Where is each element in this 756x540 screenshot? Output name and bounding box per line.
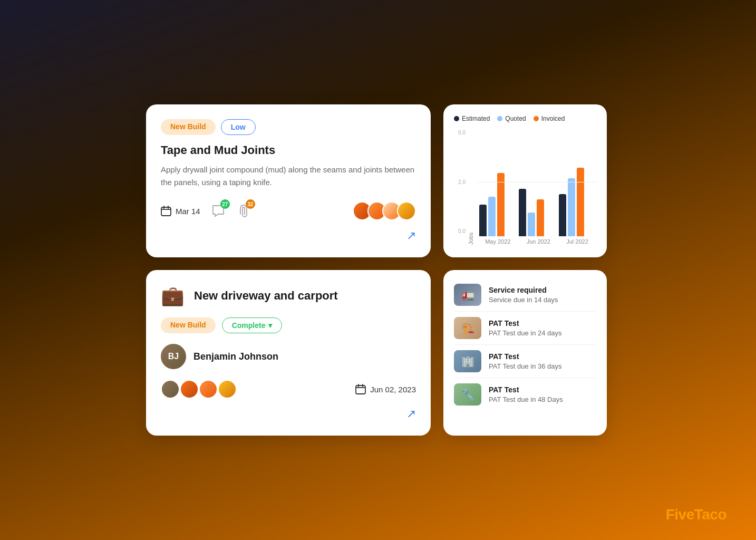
bar-quoted-may — [488, 197, 496, 236]
avatar — [180, 380, 199, 399]
job-title: Tape and Mud Joints — [161, 143, 416, 157]
chart-area: 0.0 2.0 0.0 Jobs — [454, 129, 596, 245]
y-top: 0.0 — [454, 130, 466, 136]
y-axis-label: Jobs — [468, 129, 474, 245]
bar-estimated-jul — [559, 194, 566, 236]
tag-low[interactable]: Low — [221, 119, 256, 135]
service-title-2: PAT Test — [489, 319, 562, 327]
service-subtitle-1: Service due in 14 days — [489, 296, 558, 304]
driveway-tag-new-build[interactable]: New Build — [161, 317, 216, 333]
external-link[interactable]: ↗ — [161, 229, 416, 243]
attachment-badge[interactable]: 32 — [236, 204, 251, 218]
service-title-3: PAT Test — [489, 352, 562, 361]
estimated-dot — [454, 116, 459, 121]
invoiced-label: Invoiced — [541, 115, 565, 122]
service-info-1: Service required Service due in 14 days — [489, 286, 558, 304]
driveway-card: 💼 New driveway and carport New Build Com… — [146, 270, 431, 436]
estimated-label: Estimated — [462, 115, 490, 122]
avatar-group — [353, 201, 416, 220]
briefcase-icon: 💼 — [161, 285, 185, 307]
bars-container — [477, 129, 596, 236]
service-item-3[interactable]: 🏢 PAT Test PAT Test due in 36 days — [454, 345, 596, 378]
avatar — [199, 380, 218, 399]
driveway-external-link[interactable]: ↗ — [161, 407, 416, 421]
service-item-4[interactable]: 🔧 PAT Test PAT Test due in 48 Days — [454, 378, 596, 411]
x-label-jul: Jul 2022 — [566, 238, 588, 245]
chart-card: Estimated Quoted Invoiced 0.0 2.0 0.0 Jo… — [443, 104, 607, 257]
bar-group-jul — [559, 168, 594, 236]
person-name: Benjamin Johnson — [193, 351, 278, 362]
service-item-2[interactable]: 🏗️ PAT Test PAT Test due in 24 days — [454, 312, 596, 345]
external-link-icon: ↗ — [406, 229, 416, 243]
driveway-date: Jun 02, 2023 — [355, 384, 416, 394]
service-thumb-truck: 🚛 — [454, 284, 481, 306]
service-title-1: Service required — [489, 286, 558, 294]
brand-part1: Five — [666, 506, 694, 523]
calendar-icon — [355, 384, 366, 394]
y-bottom: 0.0 — [454, 228, 466, 234]
tag-container: New Build Low — [161, 119, 416, 135]
driveway-title: New driveway and carport — [194, 289, 338, 303]
bar-quoted-jun — [528, 213, 535, 236]
calendar-icon — [161, 206, 171, 216]
job-description: Apply drywall joint compound (mud) along… — [161, 163, 416, 189]
main-grid: New Build Low Tape and Mud Joints Apply … — [146, 104, 610, 436]
service-info-2: PAT Test PAT Test due in 24 days — [489, 319, 562, 337]
avatar — [161, 380, 180, 399]
y-mid: 2.0 — [454, 179, 466, 185]
y-axis: 0.0 2.0 0.0 — [454, 129, 468, 245]
grid-line-mid — [477, 182, 596, 182]
bar-invoiced-may — [497, 173, 505, 236]
service-subtitle-2: PAT Test due in 24 days — [489, 329, 562, 337]
service-item-1[interactable]: 🚛 Service required Service due in 14 day… — [454, 278, 596, 312]
bar-invoiced-jul — [577, 168, 584, 236]
attachment-count: 32 — [246, 199, 255, 209]
brand-logo: FiveTaco — [666, 506, 726, 523]
x-label-may: May 2022 — [485, 238, 510, 245]
avatar — [397, 201, 416, 220]
service-thumb-site: 🏢 — [454, 350, 481, 372]
driveway-date-text: Jun 02, 2023 — [370, 385, 416, 394]
driveway-footer: Jun 02, 2023 — [161, 380, 416, 399]
driveway-tag-complete[interactable]: Complete ▾ — [222, 317, 283, 333]
bar-group-may — [479, 173, 515, 236]
bar-quoted-jul — [568, 178, 575, 236]
bar-invoiced-jun — [537, 199, 544, 236]
service-info-3: PAT Test PAT Test due in 36 days — [489, 352, 562, 370]
chart-legend: Estimated Quoted Invoiced — [454, 115, 596, 122]
quoted-dot — [497, 116, 502, 121]
service-subtitle-3: PAT Test due in 36 days — [489, 362, 562, 370]
x-label-jun: Jun 2022 — [527, 238, 550, 245]
person-avatar: BJ — [161, 344, 186, 369]
legend-estimated: Estimated — [454, 115, 490, 122]
job-card: New Build Low Tape and Mud Joints Apply … — [146, 104, 431, 257]
service-info-4: PAT Test PAT Test due in 48 Days — [489, 385, 563, 403]
svg-rect-0 — [161, 207, 171, 216]
service-thumb-mixer: 🏗️ — [454, 317, 481, 339]
legend-invoiced: Invoiced — [534, 115, 565, 122]
brand-part2: Taco — [694, 506, 726, 523]
job-date: Mar 14 — [161, 206, 200, 216]
driveway-header: 💼 New driveway and carport — [161, 285, 416, 307]
avatar — [218, 380, 237, 399]
message-count: 27 — [220, 199, 230, 209]
chart-body: May 2022 Jun 2022 Jul 2022 — [477, 129, 596, 245]
service-subtitle-4: PAT Test due in 48 Days — [489, 396, 563, 403]
bar-group-jun — [519, 189, 554, 236]
bar-estimated-may — [479, 205, 487, 236]
invoiced-dot — [534, 116, 539, 121]
service-title-4: PAT Test — [489, 385, 563, 394]
legend-quoted: Quoted — [497, 115, 526, 122]
tag-new-build[interactable]: New Build — [161, 119, 216, 135]
service-thumb-equip: 🔧 — [454, 383, 481, 406]
bar-estimated-jun — [519, 189, 526, 236]
svg-rect-1 — [356, 385, 365, 394]
chevron-down-icon: ▾ — [268, 321, 272, 330]
quoted-label: Quoted — [505, 115, 526, 122]
driveway-tags: New Build Complete ▾ — [161, 317, 416, 333]
external-link-icon: ↗ — [406, 407, 416, 421]
driveway-person: BJ Benjamin Johnson — [161, 344, 416, 369]
date-text: Mar 14 — [176, 207, 200, 216]
message-badge[interactable]: 27 — [211, 204, 226, 218]
x-axis-labels: May 2022 Jun 2022 Jul 2022 — [477, 238, 596, 245]
